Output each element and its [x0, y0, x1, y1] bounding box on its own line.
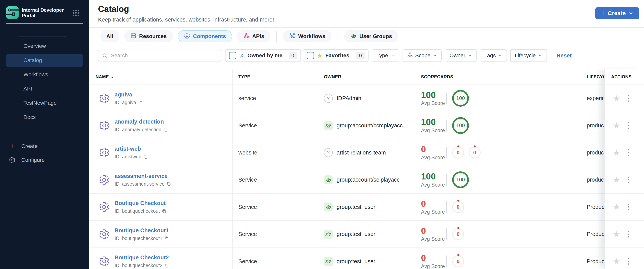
kebab-menu-icon[interactable] — [627, 94, 630, 103]
search-input[interactable] — [110, 52, 217, 59]
column-header-label: TYPE — [238, 74, 250, 79]
favorite-star-icon[interactable]: ★ — [613, 176, 620, 184]
owned-by-me-filter[interactable]: Owned by me 0 — [225, 49, 301, 62]
copy-icon[interactable] — [138, 100, 143, 105]
table-row[interactable]: assessment-serviceID: assessment-service… — [90, 166, 604, 194]
favorite-star-icon[interactable]: ★ — [613, 257, 620, 266]
entity-name-link[interactable]: artist-web — [114, 146, 148, 152]
column-header-name[interactable]: NAME▲ — [90, 69, 233, 84]
catalog-table: NAME▲TYPEOWNERSCORECARDSLIFECYCLE agniva… — [90, 69, 644, 269]
kebab-menu-icon[interactable] — [627, 203, 630, 211]
favorites-checkbox[interactable] — [307, 52, 314, 59]
type-cell: Service — [233, 194, 319, 220]
table-row[interactable]: agnivaID: agnivaservice?IDPAdmin100Avg S… — [90, 85, 604, 112]
filter-dropdown-scope[interactable]: Scope — [402, 49, 442, 62]
owner-cell: group:test_user — [319, 194, 415, 220]
zero-progress-dot — [457, 254, 459, 256]
tab-user-groups[interactable]: User Groups — [344, 30, 398, 42]
entity-id: ID: artistweb — [114, 154, 148, 160]
table-row[interactable]: Boutique Checkout1ID: boutiquecheckout1S… — [90, 221, 604, 248]
favorite-star-icon[interactable]: ★ — [613, 148, 620, 157]
sidebar-item-testnewpage[interactable]: TestNewPage — [6, 96, 83, 110]
favorites-filter[interactable]: ★ Favorites 0 — [303, 49, 368, 62]
scorecard-ring-value: 0 — [457, 231, 460, 237]
scorecards-cell: 100Avg Score100 — [415, 166, 580, 193]
component-gear-icon — [99, 93, 110, 104]
avg-score-block: 0Avg Score — [421, 145, 446, 161]
kebab-menu-icon[interactable] — [627, 148, 630, 157]
filter-dropdown-type[interactable]: Type — [372, 49, 399, 62]
create-button[interactable]: + Create — [595, 7, 639, 19]
sidebar-create-button[interactable]: + Create — [9, 142, 38, 150]
sidebar-item-overview[interactable]: Overview — [6, 39, 83, 53]
tab-workflows[interactable]: Workflows — [283, 30, 332, 42]
score-divider — [446, 147, 447, 158]
kebab-menu-icon[interactable] — [627, 175, 630, 184]
copy-icon[interactable] — [164, 236, 169, 241]
scorecard-ring[interactable]: 0 — [452, 255, 464, 267]
brand-title: Internal Developer Portal — [22, 7, 67, 18]
filter-dropdown-owner[interactable]: Owner — [445, 49, 476, 62]
entity-name-link[interactable]: assessment-service — [114, 173, 171, 179]
filter-dropdown-lifecycle[interactable]: Lifecycle — [510, 49, 547, 62]
lifecycle-cell: production — [580, 112, 604, 139]
gear-icon — [9, 157, 16, 163]
scorecard-ring[interactable]: 0 — [469, 147, 480, 159]
copy-icon[interactable] — [164, 263, 169, 268]
avg-score-value: 100 — [421, 90, 446, 99]
entity-name-link[interactable]: Boutique Checkout1 — [114, 227, 169, 234]
scorecard-ring[interactable]: 100 — [452, 90, 469, 107]
scorecard-circles: 0 — [452, 255, 464, 267]
entity-name-link[interactable]: agniva — [114, 91, 143, 98]
tab-apis[interactable]: APIs — [237, 30, 270, 42]
favorite-star-icon[interactable]: ★ — [613, 94, 620, 103]
scorecard-ring[interactable]: 100 — [452, 117, 469, 134]
owned-by-me-checkbox[interactable] — [229, 52, 236, 59]
entity-name-link[interactable]: anomaly-detection — [114, 119, 168, 125]
table-scroll-area[interactable]: NAME▲TYPEOWNERSCORECARDSLIFECYCLE agniva… — [90, 69, 604, 269]
favorite-star-icon[interactable]: ★ — [613, 121, 620, 130]
star-icon: ★ — [317, 52, 322, 59]
scorecard-ring[interactable]: 0 — [452, 228, 464, 240]
avg-score-label: Avg Score — [421, 264, 446, 269]
chevron-down-icon — [468, 53, 472, 58]
sidebar-item-catalog[interactable]: Catalog — [6, 54, 83, 67]
tab-all[interactable]: All — [100, 30, 120, 42]
favorite-star-icon[interactable]: ★ — [613, 203, 620, 211]
kebab-menu-icon[interactable] — [627, 257, 630, 266]
reset-filters-link[interactable]: Reset — [556, 52, 572, 59]
avg-score-label: Avg Score — [421, 236, 446, 242]
apps-grid-icon[interactable] — [73, 9, 79, 16]
table-row[interactable]: anomaly-detectionID: anomaly-detectionSe… — [90, 112, 604, 139]
scorecard-ring[interactable]: 0 — [452, 201, 464, 213]
avg-score-block: 100Avg Score — [421, 172, 446, 188]
copy-icon[interactable] — [143, 155, 148, 159]
avg-score-value: 100 — [421, 117, 446, 127]
tab-resources[interactable]: Resources — [124, 30, 173, 42]
copy-icon[interactable] — [163, 127, 168, 132]
sidebar-item-workflows[interactable]: Workflows — [6, 68, 83, 81]
create-button-label: Create — [608, 10, 626, 16]
entity-name-link[interactable]: Boutique Checkout2 — [114, 255, 169, 261]
favorite-star-icon[interactable]: ★ — [613, 230, 620, 239]
sidebar-configure-button[interactable]: Configure — [9, 157, 44, 163]
table-row[interactable]: Boutique Checkout2ID: boutiquecheckout2S… — [90, 248, 604, 269]
kebab-menu-icon[interactable] — [627, 121, 630, 130]
name-cell: assessment-serviceID: assessment-service — [90, 166, 233, 193]
table-row[interactable]: artist-webID: artistwebwebsite?artist-re… — [90, 139, 604, 166]
plus-icon: + — [9, 142, 16, 150]
sidebar-item-api[interactable]: API — [6, 82, 83, 95]
sidebar-item-docs[interactable]: Docs — [6, 110, 83, 124]
copy-icon[interactable] — [162, 209, 166, 214]
scorecard-ring[interactable]: 0 — [452, 147, 464, 159]
search-box[interactable] — [98, 49, 221, 61]
scorecard-ring[interactable]: 100 — [452, 171, 469, 188]
kebab-menu-icon[interactable] — [627, 230, 630, 239]
table-row[interactable]: Boutique CheckoutID: boutiquecheckoutSer… — [90, 194, 604, 221]
filter-dropdown-tags[interactable]: Tags — [480, 49, 507, 62]
name-cell: anomaly-detectionID: anomaly-detection — [90, 112, 233, 139]
entity-name-link[interactable]: Boutique Checkout — [114, 200, 166, 206]
copy-icon[interactable] — [166, 182, 171, 186]
tab-components[interactable]: Components — [178, 30, 232, 42]
plus-icon: + — [601, 9, 605, 17]
